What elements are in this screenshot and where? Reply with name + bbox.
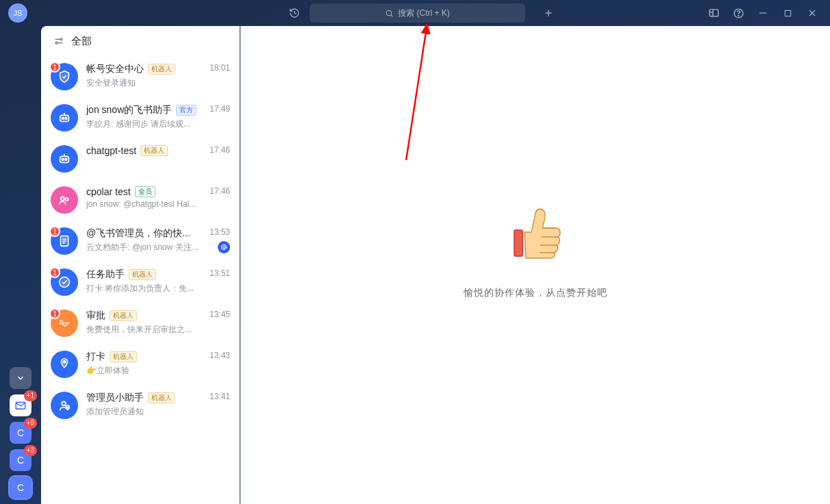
conversation-time: 13:51 [210,268,230,278]
conversation-time: 13:43 [210,351,230,360]
conversation-avatar: 1 [51,310,78,337]
conversation-item[interactable]: 管理员小助手机器人添加管理员通知13:41 [41,385,240,426]
rail-badge-2: +3 [24,445,37,456]
user-avatar[interactable]: JS [8,3,27,23]
svg-line-1 [391,14,392,16]
svg-point-13 [60,38,62,40]
conversation-preview: 安全登录通知 [86,77,201,89]
conversation-time: 17:49 [210,104,230,114]
svg-point-33 [62,401,66,405]
unread-badge: 1 [49,267,60,278]
conversation-item[interactable]: 1任务助手机器人打卡 将你添加为负责人：免...13:51 [41,262,240,303]
conversation-panel: 全部 1帐号安全中心机器人安全登录通知18:01jon snow的飞书助手官方李… [41,26,240,504]
conversation-tag: 机器人 [148,64,175,75]
title-bar: JS 搜索 (Ctrl + K) [0,0,830,26]
at-mention-icon [218,241,230,253]
conversation-avatar: 1 [51,268,78,296]
conversation-item[interactable]: chatgpt-test机器人17:46 [41,138,240,179]
conversation-name: @飞书管理员，你的快... [86,227,190,240]
window-close-button[interactable] [803,3,822,23]
conversation-name: cpolar test [86,186,131,197]
svg-point-32 [63,361,66,364]
conversation-list[interactable]: 1帐号安全中心机器人安全登录通知18:01jon snow的飞书助手官方李皎月:… [41,56,240,504]
mail-icon [14,399,27,412]
rail-mail-button[interactable]: +1 [10,394,32,416]
conversation-preview: jon snow: @chatgpt-test Hal... [86,199,201,209]
main-panel: 愉悦的协作体验，从点赞开始吧 [240,26,830,504]
conversation-main: @飞书管理员，你的快...云文档助手: @jon snow 关注... [86,227,201,255]
search-input[interactable]: 搜索 (Ctrl + K) [310,3,525,23]
svg-rect-36 [515,231,522,255]
filter-icon[interactable] [53,36,64,47]
conversation-main: 管理员小助手机器人添加管理员通知 [86,392,201,419]
conversation-main: 帐号安全中心机器人安全登录通知 [86,63,201,90]
svg-point-0 [386,10,392,16]
conversation-item[interactable]: 1@飞书管理员，你的快...云文档助手: @jon snow 关注...13:5… [41,220,240,262]
unread-badge: 1 [49,226,60,237]
activity-rail: +1 C +9 C +3 C [0,26,41,504]
svg-point-22 [65,159,67,161]
conversation-item[interactable]: 打卡机器人👉立即体验13:43 [41,344,240,385]
conversation-item[interactable]: cpolar test全员jon snow: @chatgpt-test Hal… [41,179,240,220]
conversation-preview: 免费使用，快来开启审批之... [86,324,201,336]
conversation-avatar [51,186,78,214]
conversation-main: chatgpt-test机器人 [86,145,201,173]
conversation-meta: 13:43 [210,351,230,378]
conversation-name: 管理员小助手 [86,392,144,404]
empty-state: 愉悦的协作体验，从点赞开始吧 [464,205,607,299]
empty-state-text: 愉悦的协作体验，从点赞开始吧 [464,287,607,299]
rail-expand-button[interactable] [10,367,32,389]
conversation-meta: 13:51 [210,268,230,296]
close-icon [808,9,816,17]
conversation-tag: 机器人 [110,310,137,321]
conversation-preview: 打卡 将你添加为负责人：免... [86,283,201,294]
conversation-preview: 李皎月: 感谢同步 请后续观... [86,118,201,130]
conversation-item[interactable]: jon snow的飞书助手官方李皎月: 感谢同步 请后续观...17:49 [41,97,240,138]
history-icon[interactable] [285,3,304,23]
list-header: 全部 [41,26,240,56]
conversation-item[interactable]: 1审批机器人免费使用，快来开启审批之...13:45 [41,303,240,344]
body: +1 C +9 C +3 C 全部 1帐号安全中心机器人安全登录通知18:0 [0,26,830,504]
chevron-down-icon [16,373,25,383]
svg-rect-8 [785,10,790,16]
conversation-main: 打卡机器人👉立即体验 [86,351,201,378]
conversation-name: 任务助手 [86,268,125,281]
conversation-main: cpolar test全员jon snow: @chatgpt-test Hal… [86,186,201,214]
conversation-preview: 云文档助手: @jon snow 关注... [86,242,201,253]
rail-mail-badge: +1 [24,390,37,401]
filter-label[interactable]: 全部 [71,35,92,48]
svg-point-6 [738,15,738,16]
unread-badge: 1 [49,308,60,319]
conversation-avatar: 1 [51,63,78,90]
conversation-preview: 👉立即体验 [86,365,201,377]
window-minimize-button[interactable] [753,3,772,23]
conversation-avatar: 1 [51,227,78,255]
help-icon[interactable] [729,3,748,23]
conversation-name: 审批 [86,310,105,322]
conversation-item[interactable]: 1帐号安全中心机器人安全登录通知18:01 [41,56,240,97]
conversation-tag: 机器人 [110,351,137,362]
window-maximize-button[interactable] [778,3,797,23]
conversation-avatar [51,392,78,419]
conversation-time: 17:46 [210,145,230,155]
rail-workspace-3[interactable]: C [10,477,32,499]
svg-point-31 [60,277,70,288]
workspace-icon[interactable] [704,3,723,23]
conversation-meta: 17:49 [210,104,230,131]
conversation-name: 帐号安全中心 [86,63,144,75]
search-icon [385,9,394,18]
conversation-meta: 13:41 [210,392,230,419]
rail-workspace-2[interactable]: C +3 [10,449,32,471]
conversation-meta: 13:53 [210,227,230,255]
conversation-name: jon snow的飞书助手 [86,104,172,116]
conversation-avatar [51,104,78,131]
app-root: JS 搜索 (Ctrl + K) [0,0,830,504]
conversation-name: chatgpt-test [86,145,136,156]
unread-badge: 1 [49,62,60,73]
minimize-icon [759,9,767,17]
rail-workspace-1[interactable]: C +9 [10,422,32,444]
conversation-tag: 官方 [176,105,197,116]
conversation-meta: 13:45 [210,310,230,337]
conversation-main: 审批机器人免费使用，快来开启审批之... [86,310,201,337]
new-chat-button[interactable] [539,3,558,23]
